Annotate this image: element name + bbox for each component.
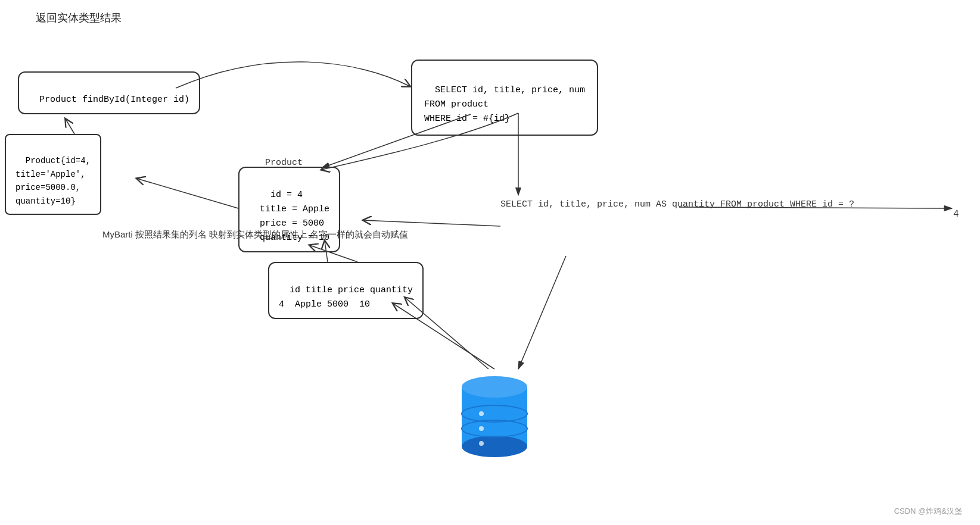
database-icon: [459, 369, 530, 461]
mybatis-sql-box: SELECT id, title, price, num FROM produc…: [411, 60, 598, 136]
id-number: 4: [953, 207, 959, 223]
result-object-box: Product{id=4, title='Apple', price=5000.…: [5, 134, 101, 215]
watermark: CSDN @炸鸡&汉堡: [894, 506, 962, 517]
method-box: Product findById(Integer id): [18, 71, 200, 114]
svg-point-2: [462, 436, 527, 457]
jdbc-sql-label: SELECT id, title, price, num AS quantity…: [500, 196, 854, 212]
result-set-text: id title price quantity 4 Apple 5000 10: [279, 285, 413, 310]
result-object-text: Product{id=4, title='Apple', price=5000.…: [15, 156, 91, 205]
mybatis-sql-text: SELECT id, title, price, num FROM produc…: [424, 85, 585, 124]
result-set-box: id title price quantity 4 Apple 5000 10: [268, 262, 424, 319]
svg-point-1: [462, 376, 527, 398]
svg-point-7: [479, 441, 484, 446]
page-title: 返回实体类型结果: [36, 11, 122, 25]
mybatis-description: MyBarti 按照结果集的列名 映射到实体类型的属性上 名字一样的就会自动赋值: [102, 227, 408, 242]
method-box-text: Product findById(Integer id): [39, 95, 189, 105]
svg-point-6: [479, 426, 484, 431]
svg-point-5: [479, 411, 484, 416]
